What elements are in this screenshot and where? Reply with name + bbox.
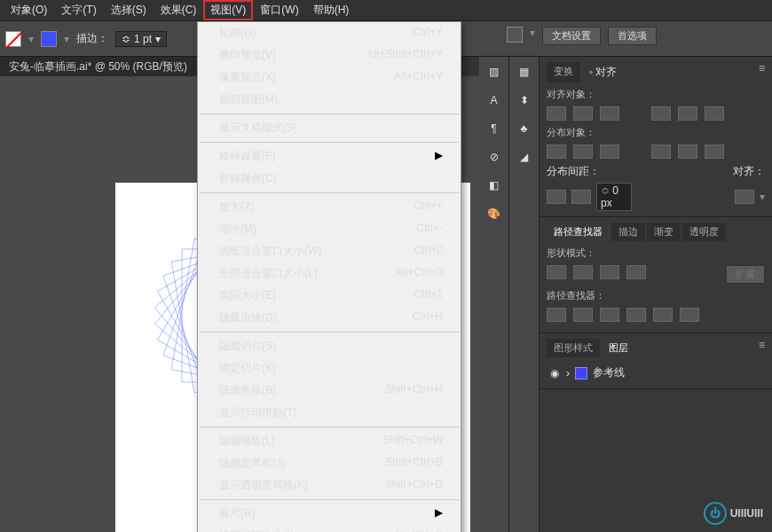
stroke-label: 描边： xyxy=(76,31,108,46)
crop-icon[interactable] xyxy=(626,308,646,322)
tab-stroke[interactable]: 描边 xyxy=(611,223,645,241)
panel-menu-icon[interactable]: ≡ xyxy=(759,339,765,357)
opacity-swatch[interactable] xyxy=(507,27,523,43)
menu-item[interactable]: 隐藏模板(L)Shift+Ctrl+W xyxy=(198,430,461,452)
distribute-spacing-label: 分布间距： xyxy=(547,164,600,179)
palette-icon[interactable]: 🎨 xyxy=(487,207,500,220)
align-to-selection-icon[interactable] xyxy=(735,190,754,204)
menu-item[interactable]: 像素预览(X)Alt+Ctrl+Y xyxy=(198,66,461,89)
align-hcenter-icon[interactable] xyxy=(573,106,593,121)
menu-item[interactable]: 隐藏边缘(D)Ctrl+H xyxy=(198,307,461,329)
preferences-button[interactable]: 首选项 xyxy=(608,27,657,45)
menu-text[interactable]: 文字(T) xyxy=(54,0,103,20)
align-left-icon[interactable] xyxy=(547,106,566,121)
menu-item[interactable]: 放大(Z)Ctrl++ xyxy=(198,196,461,218)
dist-vcenter-icon[interactable] xyxy=(573,145,593,159)
tab-graphic-styles[interactable]: 图形样式 xyxy=(547,339,600,357)
menu-item[interactable]: 画板适合窗口大小(W)Ctrl+0 xyxy=(198,240,461,262)
menu-item[interactable]: 叠印预览(V)Alt+Shift+Ctrl+Y xyxy=(198,44,461,66)
grid-icon[interactable]: ▦ xyxy=(519,66,529,78)
expand-button[interactable]: 扩展 xyxy=(726,265,765,284)
menu-item[interactable]: 隐藏定界框(J)Shift+Ctrl+B xyxy=(198,452,461,474)
tab-layers[interactable]: 图层 xyxy=(602,339,635,357)
menu-item[interactable]: 隐藏画板(B)Shift+Ctrl+H xyxy=(198,379,461,402)
watermark: ⏻UIIIUIII xyxy=(704,502,763,525)
paragraph-icon[interactable]: ¶ xyxy=(491,122,496,135)
pathfinder-panel: 路径查找器 描边 渐变 透明度 形状模式： 扩展 路径查找器： xyxy=(540,217,772,333)
tab-gradient[interactable]: 渐变 xyxy=(647,223,681,241)
menu-item[interactable]: 实际大小(E)Ctrl+1 xyxy=(198,285,461,307)
club-icon[interactable]: ♣ xyxy=(521,122,528,135)
align-vcenter-icon[interactable] xyxy=(678,106,697,121)
dist-hspace-icon[interactable] xyxy=(571,190,591,204)
menu-effect[interactable]: 效果(C) xyxy=(154,0,204,20)
menu-item[interactable]: 全部适合窗口大小(L)Alt+Ctrl+0 xyxy=(198,262,461,285)
menu-item[interactable]: 标尺(R)▶ xyxy=(198,503,461,525)
dist-bottom-icon[interactable] xyxy=(600,145,619,159)
align-objects-label: 对齐对象： xyxy=(547,88,765,101)
menu-select[interactable]: 选择(S) xyxy=(104,0,154,20)
no-fill-swatch[interactable] xyxy=(5,31,21,47)
menu-item[interactable]: 校样设置(F)▶ xyxy=(198,145,461,168)
stroke-weight-input[interactable]: ≎ 1 pt ▾ xyxy=(115,31,167,47)
menu-item[interactable]: 显示打印拼贴(T) xyxy=(198,402,461,424)
minus-front-icon[interactable] xyxy=(573,265,593,279)
panel-menu-icon[interactable]: ≡ xyxy=(759,62,765,82)
unite-icon[interactable] xyxy=(547,265,566,279)
align-right-icon[interactable] xyxy=(600,106,619,121)
outline-icon[interactable] xyxy=(653,308,673,322)
gradient-icon[interactable]: ◢ xyxy=(520,151,528,163)
toolstrip-2: ▦ ⬍ ♣ ◢ xyxy=(509,57,540,532)
dist-top-icon[interactable] xyxy=(547,145,566,159)
stroke-swatch[interactable] xyxy=(41,31,57,47)
menu-help[interactable]: 帮助(H) xyxy=(306,0,357,20)
right-dock: ▨ A ¶ ⊘ ◧ 🎨 ▦ ⬍ ♣ ◢ 变换 ◦ 对齐 ≡ 对齐对象： 分布对象… xyxy=(479,57,772,532)
merge-icon[interactable] xyxy=(600,308,619,322)
menu-item[interactable]: 隐藏切片(S) xyxy=(198,335,461,357)
menu-item[interactable]: 轮廓(O)Ctrl+Y xyxy=(198,22,461,44)
trim-icon[interactable] xyxy=(573,308,593,322)
menu-item[interactable]: 显示透明度网格(K)Shift+Ctrl+D xyxy=(198,474,461,497)
dist-right-icon[interactable] xyxy=(705,145,724,159)
menu-object[interactable]: 对象(O) xyxy=(4,0,54,20)
align-icon[interactable]: ⬍ xyxy=(520,94,529,106)
visibility-icon[interactable]: ◉ xyxy=(548,367,561,379)
tab-align[interactable]: ◦ 对齐 xyxy=(582,62,624,82)
text-icon[interactable]: A xyxy=(490,94,497,106)
dist-hcenter-icon[interactable] xyxy=(678,145,697,159)
minus-back-icon[interactable] xyxy=(680,308,699,322)
align-top-icon[interactable] xyxy=(651,106,671,121)
menu-item[interactable]: 校样颜色(C) xyxy=(198,168,461,190)
menu-item[interactable]: 裁切视图(M) xyxy=(198,89,461,111)
chevron-right-icon[interactable]: › xyxy=(566,367,570,379)
link-icon[interactable]: ⊘ xyxy=(490,151,499,163)
layers-panel: 图形样式 图层 ≡ ◉ › 参考线 xyxy=(540,333,772,389)
menu-item[interactable]: 缩小(M)Ctrl+- xyxy=(198,218,461,240)
tab-transform[interactable]: 变换 xyxy=(547,62,580,82)
tab-transparency[interactable]: 透明度 xyxy=(682,223,726,241)
dist-left-icon[interactable] xyxy=(651,145,671,159)
menubar: 对象(O) 文字(T) 选择(S) 效果(C) 视图(V) 窗口(W) 帮助(H… xyxy=(0,0,772,21)
menu-view[interactable]: 视图(V) xyxy=(203,0,253,20)
menu-item[interactable]: 显示文稿模式(S) xyxy=(198,117,461,139)
doc-setup-button[interactable]: 文档设置 xyxy=(542,27,601,45)
dist-vspace-icon[interactable] xyxy=(547,190,566,204)
intersect-icon[interactable] xyxy=(600,265,619,279)
cube-icon[interactable]: ▨ xyxy=(489,66,499,78)
layer-name[interactable]: 参考线 xyxy=(593,365,625,380)
layer-row[interactable]: ◉ › 参考线 xyxy=(547,363,765,383)
menu-window[interactable]: 窗口(W) xyxy=(253,0,305,20)
spacing-input[interactable]: ≎ 0 px xyxy=(596,183,632,211)
divide-icon[interactable] xyxy=(547,308,566,322)
document-tab[interactable]: 安兔-临摹插画.ai* @ 50% (RGB/预览) xyxy=(0,57,196,76)
exclude-icon[interactable] xyxy=(626,265,646,279)
toolstrip-1: ▨ A ¶ ⊘ ◧ 🎨 xyxy=(479,57,509,532)
menu-item[interactable]: 锁定切片(K) xyxy=(198,357,461,379)
distribute-objects-label: 分布对象： xyxy=(547,126,765,139)
align-to-label: 对齐： xyxy=(733,164,765,179)
pathfinders-label: 路径查找器： xyxy=(547,289,765,302)
menu-item[interactable]: 隐藏渐变批注者Alt+Ctrl+G xyxy=(198,525,461,532)
tab-pathfinder[interactable]: 路径查找器 xyxy=(547,223,610,241)
align-bottom-icon[interactable] xyxy=(705,106,724,121)
color-icon[interactable]: ◧ xyxy=(489,179,499,192)
